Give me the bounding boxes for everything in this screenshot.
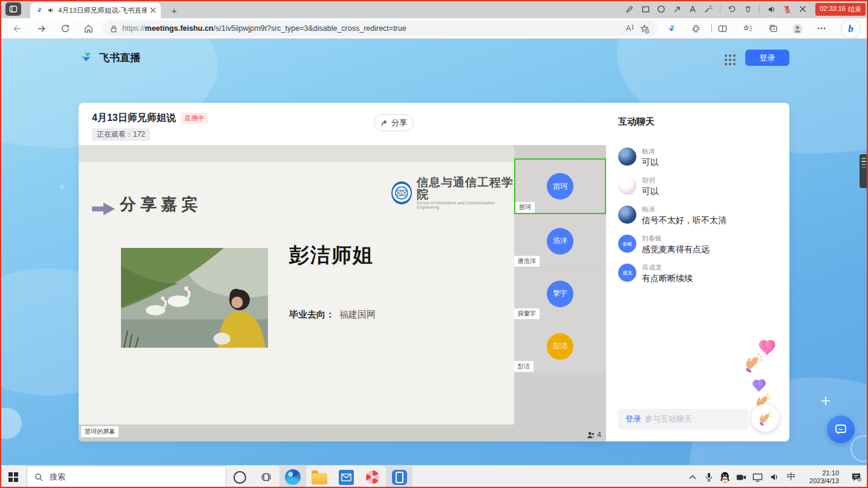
new-tab-button[interactable]: +: [168, 4, 180, 16]
chat-login-link[interactable]: 登录: [625, 414, 641, 425]
viewer-count-badge: 正在观看：172: [92, 128, 150, 141]
bing-chat-icon[interactable]: b: [841, 19, 861, 39]
participant-avatar: 彭洁: [547, 333, 573, 360]
brand-logo[interactable]: 飞书直播: [79, 50, 140, 65]
chat-sender: 杨涛: [642, 148, 659, 155]
undo-icon[interactable]: [725, 2, 739, 16]
chat-avatar: [618, 148, 636, 166]
chat-sender: 房成龙: [642, 264, 693, 272]
delete-icon[interactable]: [741, 2, 754, 16]
capture-tool-button[interactable]: [359, 466, 386, 488]
collections-icon[interactable]: [767, 22, 779, 34]
url-text[interactable]: https://meetings.feishu.cn/s/1iv5iipwjpm…: [122, 24, 621, 33]
refresh-icon[interactable]: [59, 22, 71, 34]
file-explorer-button[interactable]: [306, 466, 333, 488]
highlight-wand-icon[interactable]: [702, 2, 715, 16]
search-icon: [34, 473, 44, 482]
chat-message: 成龙 房成龙 有点断断续续: [618, 264, 779, 284]
browser-tab[interactable]: 4月13日师兄师姐说-飞书直播: [30, 2, 161, 18]
pen-tool-icon[interactable]: [623, 2, 636, 16]
participant-name: 彭洁: [514, 361, 534, 372]
tab-audio-icon[interactable]: [47, 7, 54, 14]
login-button[interactable]: 登录: [745, 50, 789, 66]
side-panel-handle[interactable]: [860, 154, 868, 188]
ime-indicator[interactable]: 中: [782, 472, 800, 483]
your-phone-button[interactable]: [386, 466, 413, 488]
tab-close-icon[interactable]: [150, 7, 156, 13]
extensions-icon[interactable]: [690, 22, 702, 34]
screen-share-view[interactable]: 分享嘉宾: [79, 145, 514, 441]
circle-decoration: [0, 408, 22, 439]
lock-icon[interactable]: [110, 25, 117, 33]
workspaces-icon: [9, 5, 18, 13]
edge-taskbar-button[interactable]: [279, 466, 306, 488]
microphone-muted-icon[interactable]: [780, 2, 794, 16]
taskbar-search[interactable]: 搜索: [27, 466, 226, 488]
task-view-button[interactable]: [253, 466, 279, 488]
clap-reaction-button[interactable]: [751, 404, 779, 432]
address-bar[interactable]: https://meetings.feishu.cn/s/1iv5iipwjpm…: [103, 21, 657, 36]
participant-tile[interactable]: 擎宇 薛擎宇: [514, 268, 606, 319]
read-aloud-icon[interactable]: A: [626, 24, 635, 33]
participant-avatar: 浩洋: [547, 228, 573, 255]
feishu-extension-icon[interactable]: [665, 22, 677, 34]
slide-arrow-icon: [92, 202, 115, 216]
favorites-bar-icon[interactable]: [742, 22, 754, 34]
split-screen-icon[interactable]: [716, 22, 728, 34]
chat-panel: 互动聊天 杨涛 可以 胡玥 可以 杨涛: [606, 103, 789, 441]
share-button[interactable]: 分享: [374, 114, 414, 131]
tab-title: 4月13日师兄师姐说-飞书直播: [58, 6, 146, 15]
chat-message-list: 杨涛 可以 胡玥 可以 杨涛 信号不太好，听不太清: [618, 148, 779, 293]
participant-name: 薛擎宇: [514, 308, 540, 319]
folder-icon: [312, 473, 327, 484]
participant-count[interactable]: 4: [587, 431, 601, 439]
live-card: 4月13日师兄师姐说 直播中 正在观看：172 分享: [79, 103, 789, 441]
tray-camera-icon[interactable]: [733, 473, 749, 481]
chat-message: 胡玥 可以: [618, 177, 779, 197]
tray-microphone-icon[interactable]: [700, 472, 717, 482]
ellipse-tool-icon[interactable]: [654, 2, 668, 16]
sparkle-decoration: [59, 184, 65, 190]
search-placeholder: 搜索: [50, 472, 65, 483]
text-tool-icon[interactable]: A: [686, 2, 699, 16]
start-button[interactable]: [0, 466, 27, 488]
home-icon[interactable]: [82, 22, 94, 34]
chat-avatar: 春银: [618, 235, 636, 253]
tray-display-icon[interactable]: [749, 473, 766, 482]
brand-name: 飞书直播: [99, 51, 140, 65]
rectangle-tool-icon[interactable]: [639, 2, 652, 16]
chat-input[interactable]: 登录 参与互动聊天: [618, 409, 748, 429]
participant-strip: 苗珂 苗珂 浩洋 唐浩洋 擎宇 薛擎宇 彭洁 彭洁: [514, 145, 606, 441]
chat-input-placeholder: 参与互动聊天: [645, 414, 692, 425]
cortana-button[interactable]: [226, 466, 253, 488]
forward-icon[interactable]: [35, 22, 47, 34]
feishu-logo-icon: [79, 50, 94, 65]
tray-chevron-up-icon[interactable]: [684, 475, 700, 480]
participant-tile[interactable]: 浩洋 唐浩洋: [514, 215, 606, 267]
chat-avatar: 成龙: [618, 264, 636, 282]
recording-timer-badge[interactable]: 02:33:16 结束: [815, 3, 866, 16]
customer-service-button[interactable]: [827, 415, 855, 443]
chat-text: 有点断断续续: [642, 273, 693, 284]
participant-tile[interactable]: 苗珂 苗珂: [514, 158, 606, 214]
mail-button[interactable]: [333, 466, 359, 488]
clap-icon: [757, 410, 773, 426]
settings-more-icon[interactable]: [815, 22, 827, 34]
apps-grid-icon[interactable]: [725, 54, 736, 65]
chat-text: 可以: [642, 157, 659, 168]
arrow-tool-icon[interactable]: [670, 2, 684, 16]
tray-speaker-icon[interactable]: [766, 472, 782, 482]
close-recording-icon[interactable]: [796, 2, 809, 16]
chat-title: 互动聊天: [618, 116, 654, 128]
favorite-star-icon[interactable]: [639, 24, 650, 34]
action-center-button[interactable]: [844, 472, 868, 482]
participant-tile[interactable]: 彭洁 彭洁: [514, 320, 606, 372]
taskbar-clock[interactable]: 21:10 2023/4/13: [800, 469, 839, 485]
speaker-icon[interactable]: [765, 2, 778, 16]
tab-actions-button[interactable]: [5, 2, 21, 16]
clock-date: 2023/4/13: [800, 477, 839, 485]
profile-avatar-icon[interactable]: [791, 22, 803, 34]
back-icon[interactable]: [11, 22, 23, 34]
participants-icon: [587, 431, 595, 439]
tray-qq-icon[interactable]: [717, 472, 733, 483]
